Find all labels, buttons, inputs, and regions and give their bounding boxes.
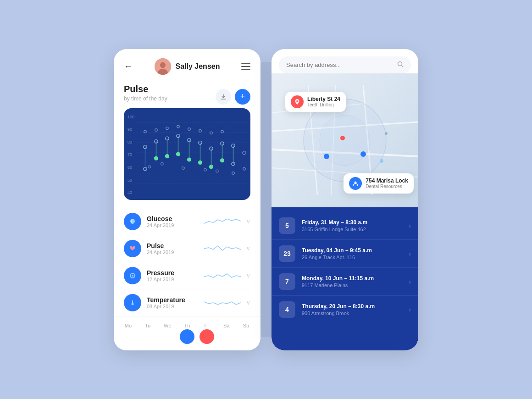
appt-badge-0: 5 xyxy=(279,217,295,234)
metric-temperature[interactable]: Temperature 08 Apr 2019 ∨ xyxy=(124,289,250,316)
metric-glucose[interactable]: Glucose 24 Apr 2019 ∨ xyxy=(124,208,250,235)
menu-line-3 xyxy=(241,69,250,70)
appt-chevron-1: › xyxy=(409,250,411,257)
appt-info-3: Thursday, 20 Jun – 8:30 a.m 900 Armstron… xyxy=(302,303,402,316)
svg-point-47 xyxy=(243,167,246,170)
appt-datetime-2: Monday, 10 Jun – 11:15 a.m xyxy=(302,275,402,282)
menu-line-1 xyxy=(241,63,250,64)
marisa-pin-icon xyxy=(349,177,362,190)
download-button[interactable] xyxy=(216,89,231,105)
glucose-icon xyxy=(124,213,141,230)
search-input[interactable] xyxy=(286,61,397,68)
day-sa[interactable]: Sa xyxy=(219,323,234,344)
pressure-name: Pressure xyxy=(147,269,199,277)
pulse-date: 24 Apr 2019 xyxy=(147,249,199,255)
day-fr-label: Fr xyxy=(205,323,209,328)
day-mo[interactable]: Mo xyxy=(121,323,135,344)
svg-point-70 xyxy=(324,154,329,159)
day-mo-num xyxy=(121,329,135,344)
day-we[interactable]: We xyxy=(160,323,175,344)
search-bar[interactable] xyxy=(279,56,411,73)
liberty-pin-sub: Teeth Drilling xyxy=(307,102,340,107)
liberty-pin-title: Liberty St 24 xyxy=(307,96,340,102)
back-button[interactable]: ← xyxy=(124,61,133,72)
day-fr[interactable]: Fr xyxy=(200,323,214,344)
pressure-date: 12 Apr 2019 xyxy=(147,277,199,282)
pressure-info: Pressure 12 Apr 2019 xyxy=(147,269,199,282)
appointments-list: 5 Friday, 31 May – 8:30 a.m 3165 Griffin… xyxy=(272,207,418,350)
appt-badge-1: 23 xyxy=(279,245,295,262)
metric-pulse[interactable]: Pulse 24 Apr 2019 ∨ xyxy=(124,235,250,262)
left-card: ← Sally Jensen xyxy=(114,49,260,350)
appt-item-2[interactable]: 7 Monday, 10 Jun – 11:15 a.m 9117 Marlen… xyxy=(272,268,418,296)
day-su[interactable]: Su xyxy=(238,323,253,344)
day-th-label: Th xyxy=(184,323,190,328)
temperature-info: Temperature 08 Apr 2019 xyxy=(147,296,199,309)
map-pin-liberty[interactable]: Liberty St 24 Teeth Drilling xyxy=(285,92,346,112)
appt-chevron-2: › xyxy=(409,278,411,285)
y-label-80: 80 xyxy=(127,140,134,144)
day-tu[interactable]: Tu xyxy=(140,323,155,344)
menu-line-2 xyxy=(241,66,250,67)
svg-point-51 xyxy=(204,168,207,171)
glucose-info: Glucose 24 Apr 2019 xyxy=(147,215,199,228)
appt-item-1[interactable]: 23 Tuesday, 04 Jun – 9:45 a.m 26 Angie T… xyxy=(272,240,418,268)
glucose-sparkline xyxy=(204,215,241,228)
svg-point-50 xyxy=(182,166,185,169)
svg-point-42 xyxy=(199,129,202,132)
map-pin-marisa[interactable]: 754 Marisa Lock Dental Resources xyxy=(344,173,414,194)
appt-datetime-1: Tuesday, 04 Jun – 9:45 a.m xyxy=(302,247,402,254)
glucose-date: 24 Apr 2019 xyxy=(147,222,199,228)
svg-point-1 xyxy=(160,62,166,68)
svg-point-73 xyxy=(296,100,298,102)
appt-datetime-0: Friday, 31 May – 8:30 a.m xyxy=(302,219,402,226)
metric-pressure[interactable]: Pressure 12 Apr 2019 ∨ xyxy=(124,262,250,289)
temperature-sparkline xyxy=(204,296,241,309)
appt-address-2: 9117 Marlene Plains xyxy=(302,283,402,288)
liberty-pin-icon xyxy=(291,95,304,108)
temperature-icon xyxy=(124,294,141,311)
svg-point-52 xyxy=(216,170,219,172)
svg-point-18 xyxy=(165,154,169,158)
svg-point-38 xyxy=(155,128,158,131)
temperature-chevron: ∨ xyxy=(246,299,250,306)
add-button[interactable]: + xyxy=(235,89,250,105)
chart-svg xyxy=(137,113,247,195)
pulse-icon xyxy=(124,240,141,257)
pulse-sparkline xyxy=(204,242,241,255)
y-label-90: 90 xyxy=(127,127,134,132)
search-icon xyxy=(397,61,404,69)
day-tu-num xyxy=(140,329,155,344)
day-fr-num xyxy=(200,329,214,344)
svg-point-39 xyxy=(166,127,169,129)
day-th-num xyxy=(180,329,194,344)
chart-y-labels: 100 90 80 70 60 50 40 xyxy=(127,115,134,195)
appt-address-1: 26 Angie Track Apt. 116 xyxy=(302,255,402,260)
y-label-60: 60 xyxy=(127,165,134,170)
day-th[interactable]: Th xyxy=(180,323,194,344)
user-name: Sally Jensen xyxy=(176,62,220,71)
svg-point-49 xyxy=(161,162,164,165)
svg-point-33 xyxy=(220,158,224,162)
appt-datetime-3: Thursday, 20 Jun – 8:30 a.m xyxy=(302,303,402,310)
glucose-name: Glucose xyxy=(147,215,199,222)
cards-container: ← Sally Jensen xyxy=(114,49,418,350)
appt-info-2: Monday, 10 Jun – 11:15 a.m 9117 Marlene … xyxy=(302,275,402,288)
temperature-name: Temperature xyxy=(147,296,199,304)
svg-point-72 xyxy=(385,132,388,135)
appt-item-0[interactable]: 5 Friday, 31 May – 8:30 a.m 3165 Griffin… xyxy=(272,212,418,240)
appt-address-3: 900 Armstrong Brook xyxy=(302,310,402,316)
appt-info-0: Friday, 31 May – 8:30 a.m 3165 Griffin L… xyxy=(302,219,402,232)
day-su-label: Su xyxy=(243,323,249,328)
appt-item-3[interactable]: 4 Thursday, 20 Jun – 8:30 a.m 900 Armstr… xyxy=(272,296,418,323)
menu-icon[interactable] xyxy=(241,63,250,70)
marisa-pin-sub: Dental Resources xyxy=(366,184,408,189)
svg-point-40 xyxy=(177,125,180,128)
day-tu-label: Tu xyxy=(145,323,150,328)
liberty-pin-info: Liberty St 24 Teeth Drilling xyxy=(307,96,340,107)
day-su-num xyxy=(238,329,253,344)
svg-point-48 xyxy=(148,165,151,168)
appt-badge-2: 7 xyxy=(279,273,295,290)
right-card: Liberty St 24 Teeth Drilling 754 Marisa … xyxy=(272,49,418,350)
svg-point-21 xyxy=(176,152,180,156)
